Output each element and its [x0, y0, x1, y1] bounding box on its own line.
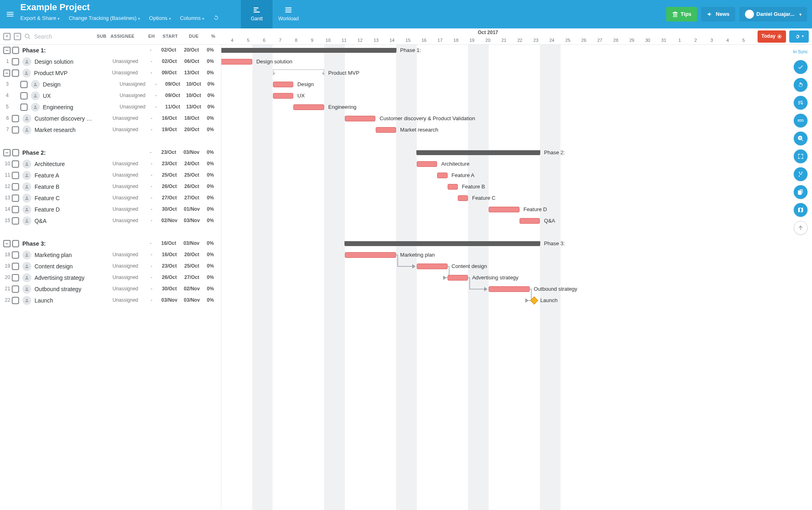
gantt-row[interactable]: Engineering [221, 102, 812, 113]
task-bar[interactable] [489, 286, 530, 292]
gantt-row[interactable]: Product MVP [221, 67, 812, 79]
grid-row[interactable]: 11Feature AUnassigned-25/Oct25/Oct0% [0, 170, 221, 181]
task-bar[interactable] [417, 161, 437, 167]
checkbox[interactable] [12, 58, 19, 65]
sort-icon[interactable] [794, 96, 808, 110]
refresh-icon[interactable] [213, 15, 221, 23]
mode-gantt[interactable]: Gantt [241, 0, 273, 28]
menu-columns[interactable]: Columns [180, 15, 204, 23]
task-bar[interactable] [520, 218, 540, 224]
grid-row[interactable]: 3DesignUnassigned-09/Oct10/Oct0% [0, 79, 221, 90]
grid-row[interactable]: 19Content designUnassigned-23/Oct25/Oct0… [0, 261, 221, 272]
checkbox[interactable] [12, 251, 19, 259]
gantt-row[interactable]: UX [221, 90, 812, 102]
gantt-row[interactable]: Customer discovery & Product Validation [221, 113, 812, 124]
checkbox[interactable] [12, 115, 19, 122]
task-bar[interactable] [448, 275, 468, 281]
checkbox[interactable] [12, 240, 19, 247]
gantt-row[interactable]: Outbound strategy [221, 283, 812, 295]
gantt-row[interactable]: Phase 2: [221, 147, 812, 158]
gantt-row[interactable]: Feature D [221, 204, 812, 215]
tips-button[interactable]: Tips [666, 7, 697, 22]
gantt-row[interactable]: Advertising strategy [221, 272, 812, 283]
grid-row[interactable]: −Phase 1:-02/Oct20/Oct0% [0, 45, 221, 56]
gantt-row[interactable]: Feature C [221, 192, 812, 204]
task-bar[interactable] [345, 116, 376, 121]
gantt-row[interactable]: Phase 3: [221, 238, 812, 249]
checkbox[interactable] [12, 263, 19, 270]
task-bar[interactable] [293, 104, 324, 110]
task-bar[interactable] [448, 184, 458, 190]
news-button[interactable]: News [701, 7, 735, 22]
gantt-row[interactable]: Design solution [221, 56, 812, 67]
grid-row[interactable]: 21Outbound strategyUnassigned-30/Oct02/N… [0, 283, 221, 295]
gantt-row[interactable]: Architecture [221, 158, 812, 170]
task-bar[interactable] [345, 252, 396, 258]
checkbox[interactable] [12, 126, 19, 134]
grid-row[interactable]: −Product MVPUnassigned-09/Oct13/Oct0% [0, 67, 221, 79]
checkbox[interactable] [12, 149, 19, 156]
grid-row[interactable]: 18Marketing planUnassigned-16/Oct20/Oct0… [0, 249, 221, 261]
task-bar[interactable] [437, 173, 447, 178]
grid-row[interactable]: 7Market researchUnassigned-19/Oct20/Oct0… [0, 124, 221, 136]
map-icon[interactable] [794, 203, 808, 217]
task-bar[interactable] [417, 264, 448, 269]
checkbox[interactable] [12, 183, 19, 190]
gantt-row[interactable]: Launch [221, 295, 812, 306]
gantt-row[interactable]: Q&A [221, 215, 812, 227]
gantt-row[interactable]: Feature A [221, 170, 812, 181]
grid-row[interactable]: 6Customer discovery & ...Unassigned-16/O… [0, 113, 221, 124]
grid-row[interactable]: 5EngineeringUnassigned-11/Oct13/Oct0% [0, 102, 221, 113]
gantt-row[interactable]: Marketing plan [221, 249, 812, 261]
task-bar[interactable] [376, 127, 396, 133]
gantt-row[interactable]: Design [221, 79, 812, 90]
mode-workload[interactable]: Workload [273, 0, 304, 28]
checkbox[interactable] [12, 160, 19, 168]
task-bar[interactable] [221, 59, 252, 65]
task-bar[interactable] [273, 93, 294, 99]
ruler-icon[interactable] [794, 114, 808, 128]
checkbox[interactable] [20, 81, 28, 88]
collapse-toggle[interactable]: − [3, 149, 11, 156]
menu-toggle[interactable] [4, 0, 16, 28]
task-bar[interactable] [458, 195, 468, 201]
grid-row[interactable]: −Phase 2:-23/Oct03/Nov0% [0, 147, 221, 158]
expand-all-button[interactable]: + [3, 33, 11, 40]
checkbox[interactable] [12, 297, 19, 304]
grid-row[interactable]: 4UXUnassigned-09/Oct10/Oct0% [0, 90, 221, 102]
task-bar[interactable] [273, 82, 294, 87]
grid-row[interactable]: 15Q&AUnassigned-02/Nov03/Nov0% [0, 215, 221, 227]
menu-options[interactable]: Options [149, 15, 171, 23]
grid-row[interactable]: −Phase 3:-16/Oct03/Nov0% [0, 238, 221, 249]
checkbox[interactable] [12, 206, 19, 213]
collapse-all-button[interactable]: − [14, 33, 21, 40]
search-input[interactable] [33, 33, 82, 40]
grid-row[interactable]: 20Advertising strategyUnassigned-26/Oct2… [0, 272, 221, 283]
collapse-toggle[interactable]: − [3, 69, 10, 77]
checkbox[interactable] [20, 92, 28, 99]
user-menu[interactable]: Daniel Guajar... [739, 7, 807, 22]
frame-icon[interactable] [794, 149, 808, 163]
checkbox[interactable] [20, 104, 28, 111]
copy-icon[interactable] [794, 185, 808, 199]
checkbox[interactable] [12, 172, 19, 179]
checkbox[interactable] [12, 217, 19, 225]
gantt-row[interactable]: Market research [221, 124, 812, 136]
checkbox[interactable] [12, 69, 19, 77]
grid-row[interactable]: 22LaunchUnassigned-03/Nov03/Nov0% [0, 295, 221, 306]
collapse-toggle[interactable]: − [3, 47, 11, 54]
checkbox[interactable] [12, 194, 19, 202]
grid-row[interactable]: 13Feature CUnassigned-27/Oct27/Oct0% [0, 192, 221, 204]
checkbox[interactable] [12, 274, 19, 281]
checkbox[interactable] [12, 285, 19, 293]
gantt-row[interactable]: Phase 1: [221, 45, 812, 56]
gantt-row[interactable]: Feature B [221, 181, 812, 192]
zoom-icon[interactable] [794, 132, 808, 145]
branch-icon[interactable] [794, 167, 808, 181]
grid-row[interactable]: 14Feature DUnassigned-30/Oct01/Nov0% [0, 204, 221, 215]
checkbox[interactable] [12, 47, 19, 54]
collapse-toggle[interactable]: − [3, 240, 11, 247]
menu-export[interactable]: Export & Share [20, 15, 60, 23]
gantt-chart[interactable]: Phase 1:Design solutionProduct MVPDesign… [221, 45, 812, 510]
undo-icon[interactable] [794, 78, 808, 92]
